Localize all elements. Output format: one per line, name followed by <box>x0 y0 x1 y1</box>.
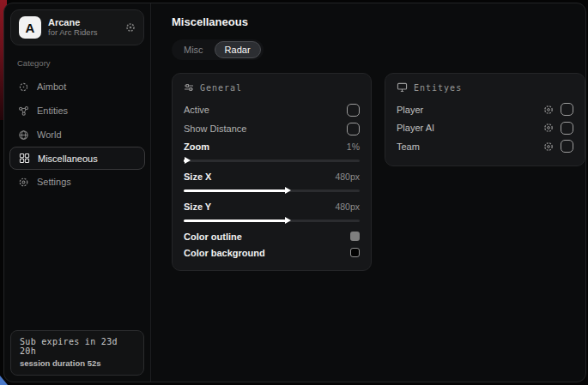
sidebar-item-entities[interactable]: Entities <box>4 99 150 123</box>
entity-row-player: Player <box>397 100 573 119</box>
tab-misc[interactable]: Misc <box>174 41 213 58</box>
active-row: Active <box>184 100 360 119</box>
app-subtitle: for Arc Riders <box>48 28 118 38</box>
entity-row-team: Team <box>397 137 573 156</box>
sidebar-item-miscellaneous[interactable]: Miscellaneous <box>9 147 145 170</box>
team-label: Team <box>397 141 420 152</box>
entity-row-player-ai: Player AI <box>397 119 573 138</box>
brand-gear-icon[interactable] <box>125 22 136 33</box>
brand-card: A Arcane for Arc Riders <box>10 9 144 45</box>
sidebar-item-world[interactable]: World <box>4 123 150 147</box>
player-ai-checkbox[interactable] <box>561 122 573 135</box>
size-y-value: 480px <box>335 202 360 212</box>
sidebar-item-label: Entities <box>37 105 68 116</box>
sidebar-item-label: Miscellaneous <box>38 153 98 164</box>
sub-expiry-text: Sub expires in 23d 20h <box>20 337 135 356</box>
sidebar-item-label: Settings <box>37 177 71 187</box>
general-panel-title: General <box>200 83 242 93</box>
sidebar-item-settings[interactable]: Settings <box>4 170 150 194</box>
color-outline-label: Color outline <box>184 232 242 242</box>
entities-panel: Entityes Player Player AI <box>385 73 585 166</box>
zoom-slider-thumb[interactable] <box>185 157 191 164</box>
size-y-slider[interactable] <box>184 216 360 225</box>
size-x-slider-thumb[interactable] <box>285 187 291 194</box>
player-label: Player <box>397 105 423 115</box>
tab-group: Misc Radar <box>172 39 264 60</box>
color-background-label: Color background <box>184 248 265 258</box>
team-checkbox[interactable] <box>561 140 573 153</box>
tab-radar[interactable]: Radar <box>215 41 261 58</box>
size-y-slider-thumb[interactable] <box>285 217 291 224</box>
color-background-swatch[interactable] <box>350 248 360 257</box>
app-window: A Arcane for Arc Riders Category Aimbot <box>3 3 586 382</box>
size-x-slider[interactable] <box>184 186 360 195</box>
entities-panel-title: Entityes <box>414 83 462 93</box>
crosshair-icon <box>17 81 29 93</box>
zoom-value: 1% <box>347 141 360 152</box>
zoom-row: Zoom 1% <box>184 138 360 155</box>
sidebar-item-aimbot[interactable]: Aimbot <box>4 75 150 99</box>
globe-icon <box>17 129 29 141</box>
general-panel: General Active Show Distance Zoom 1% <box>172 73 372 271</box>
sidebar-nav: Aimbot Entities World <box>4 71 150 194</box>
page-title: Miscellaneous <box>172 15 585 28</box>
zoom-label: Zoom <box>184 141 209 152</box>
grid-icon <box>18 153 30 165</box>
main-content: Miscellaneous Misc Radar General Active <box>151 3 586 382</box>
sliders-icon <box>184 82 194 93</box>
active-checkbox[interactable] <box>347 104 360 117</box>
panels-row: General Active Show Distance Zoom 1% <box>172 73 585 271</box>
show-distance-label: Show Distance <box>184 123 246 134</box>
size-x-value: 480px <box>335 171 360 182</box>
color-outline-row: Color outline <box>184 228 360 244</box>
gear-icon <box>17 176 29 188</box>
player-ai-gear-icon[interactable] <box>543 123 554 133</box>
sidebar-item-label: Aimbot <box>37 81 66 92</box>
entities-icon <box>17 105 29 117</box>
team-gear-icon[interactable] <box>543 141 554 152</box>
size-y-row: Size Y 480px <box>184 198 360 215</box>
active-label: Active <box>184 105 209 115</box>
app-logo: A <box>19 16 41 39</box>
sidebar: A Arcane for Arc Riders Category Aimbot <box>4 3 151 382</box>
subscription-box: Sub expires in 23d 20h session duration … <box>10 330 144 376</box>
sidebar-item-label: World <box>37 129 62 140</box>
player-gear-icon[interactable] <box>543 105 554 115</box>
size-x-row: Size X 480px <box>184 168 360 185</box>
monitor-icon <box>397 82 408 93</box>
show-distance-row: Show Distance <box>184 119 360 138</box>
session-duration-text: session duration 52s <box>20 358 135 368</box>
player-ai-label: Player AI <box>397 123 434 133</box>
category-label: Category <box>17 58 150 68</box>
player-checkbox[interactable] <box>561 103 573 116</box>
show-distance-checkbox[interactable] <box>347 123 360 135</box>
app-name: Arcane <box>48 17 118 28</box>
size-x-label: Size X <box>184 171 211 182</box>
color-outline-swatch[interactable] <box>350 232 360 241</box>
zoom-slider[interactable] <box>184 156 360 165</box>
screenshot-stage: A Arcane for Arc Riders Category Aimbot <box>0 0 588 385</box>
size-y-label: Size Y <box>184 202 211 212</box>
color-background-row: Color background <box>184 244 360 261</box>
